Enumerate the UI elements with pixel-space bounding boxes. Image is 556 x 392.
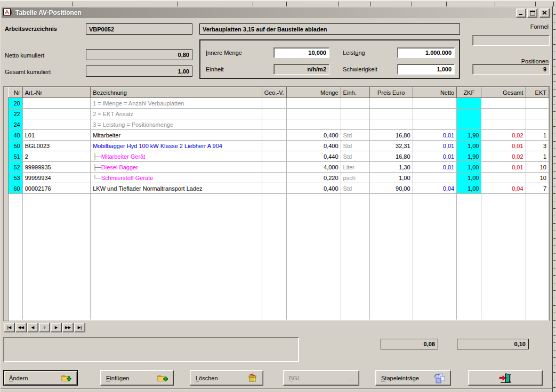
cell-art-60[interactable]: 00002176 (22, 183, 91, 194)
cell-preis-40[interactable]: 16,80 (369, 130, 413, 141)
column-header-menge[interactable]: Menge (286, 87, 341, 98)
cell-nr-40[interactable]: 40 (9, 130, 23, 141)
cell-einh-60[interactable]: Std (341, 183, 369, 194)
cell-nr-51[interactable]: 51 (9, 151, 23, 162)
nav-next-button[interactable]: ▶ (51, 323, 62, 332)
cell-bez-20[interactable]: 1 = iMenge = Anzahl Verbauplatten (91, 98, 262, 109)
cell-gesamt-52[interactable]: 0,01 (481, 162, 526, 173)
cell-geo-22[interactable] (262, 109, 286, 119)
cell-nr-20[interactable]: 20 (9, 98, 23, 109)
cell-menge-53[interactable]: 0,220 (286, 173, 341, 183)
cell-bez-53[interactable]: └─Schmierstoff Geräte (91, 173, 262, 183)
cell-einh-24[interactable] (341, 119, 369, 130)
cell-gesamt-22[interactable] (481, 109, 526, 119)
cell-gesamt-50[interactable]: 0,01 (481, 141, 526, 151)
einfuegen-button[interactable]: Einfügen (100, 370, 174, 386)
cell-menge-52[interactable]: 4,000 (286, 162, 341, 173)
column-header-gesamt[interactable]: Gesamt (481, 87, 526, 98)
cell-zkf-40[interactable]: 1,90 (457, 130, 481, 141)
nav-first-button[interactable]: |◀ (4, 323, 15, 332)
cell-zkf-60[interactable]: 1,00 (457, 183, 481, 194)
beschreibung-field[interactable]: Verbauplatten 3,15 auf der Baustelle abl… (199, 23, 460, 35)
cell-netto-51[interactable]: 0,01 (413, 151, 457, 162)
cell-ekt-22[interactable] (526, 109, 549, 119)
cell-bez-24[interactable]: 3 = Leistung = Positionsmenge (91, 119, 262, 130)
cell-menge-40[interactable]: 0,400 (286, 130, 341, 141)
nav-fast-forward-button[interactable]: ▶▶ (62, 323, 74, 332)
cell-geo-60[interactable] (262, 183, 286, 194)
cell-bez-40[interactable]: Mitarbeiter (91, 130, 262, 141)
column-header-netto[interactable]: Netto (413, 87, 457, 98)
cell-bez-52[interactable]: ├─Diesel Bagger (91, 162, 262, 173)
cell-menge-22[interactable] (286, 109, 341, 119)
cell-netto-60[interactable]: 0,04 (413, 183, 457, 194)
cell-einh-22[interactable] (341, 109, 369, 119)
cell-menge-60[interactable]: 0,400 (286, 183, 341, 194)
cell-einh-40[interactable]: Std (341, 130, 369, 141)
cell-einh-53[interactable]: psch (341, 173, 369, 183)
cell-geo-51[interactable] (262, 151, 286, 162)
cell-preis-24[interactable] (369, 119, 413, 130)
cell-preis-50[interactable]: 32,31 (369, 141, 413, 151)
cell-netto-40[interactable]: 0,01 (413, 130, 457, 141)
cell-bez-51[interactable]: ├─Mitarbeiter Gerät (91, 151, 262, 162)
titlebar[interactable]: Tabelle AV-Positionen (2, 7, 551, 18)
cell-preis-51[interactable]: 16,80 (369, 151, 413, 162)
cell-netto-50[interactable]: 0,01 (413, 141, 457, 151)
cell-art-24[interactable] (22, 119, 91, 130)
cell-art-22[interactable] (22, 109, 91, 119)
cell-ekt-52[interactable]: 10 (526, 162, 549, 173)
loeschen-button[interactable]: Löschen (190, 370, 263, 386)
cell-gesamt-53[interactable] (481, 173, 526, 183)
cell-einh-20[interactable] (341, 98, 369, 109)
cell-nr-50[interactable]: 50 (9, 141, 23, 151)
cell-gesamt-60[interactable]: 0,04 (481, 183, 526, 194)
column-header-preis[interactable]: Preis Euro (369, 87, 413, 98)
aendern-button[interactable]: Ändern (3, 370, 78, 386)
innere-menge-input[interactable] (273, 47, 329, 58)
cell-einh-51[interactable]: Std (341, 151, 369, 162)
cell-art-50[interactable]: BGL0023 (22, 141, 91, 151)
cell-art-20[interactable] (22, 98, 91, 109)
cell-netto-53[interactable] (413, 173, 457, 183)
close-button[interactable] (539, 9, 550, 18)
cell-menge-20[interactable] (286, 98, 341, 109)
schwierigkeit-input[interactable] (397, 64, 455, 75)
leistung-input[interactable] (397, 47, 455, 58)
nav-prev-button[interactable]: ◀ (27, 323, 38, 332)
cell-bez-50[interactable]: Mobilbagger Hyd 100 kW Klasse 2 Liebherr… (91, 141, 262, 151)
cell-preis-52[interactable]: 1,30 (369, 162, 413, 173)
cell-zkf-22[interactable] (457, 109, 481, 119)
cell-gesamt-40[interactable]: 0,02 (481, 130, 526, 141)
cell-geo-52[interactable] (262, 162, 286, 173)
cell-preis-20[interactable] (369, 98, 413, 109)
column-header-geo[interactable]: Geo.-V. (262, 87, 286, 98)
column-header-art[interactable]: Art.-Nr (22, 87, 91, 98)
cell-geo-40[interactable] (262, 130, 286, 141)
cell-ekt-53[interactable]: 10 (526, 173, 549, 183)
cell-zkf-50[interactable]: 1,00 (457, 141, 481, 151)
cell-preis-60[interactable]: 90,00 (369, 183, 413, 194)
nav-fast-back-button[interactable]: ◀◀ (15, 323, 27, 332)
cell-ekt-50[interactable]: 3 (526, 141, 549, 151)
cell-menge-50[interactable]: 0,400 (286, 141, 341, 151)
cell-gesamt-24[interactable] (481, 119, 526, 130)
cell-netto-20[interactable] (413, 98, 457, 109)
column-header-nr[interactable]: Nr (9, 87, 23, 98)
cell-art-51[interactable]: 2 (22, 151, 91, 162)
cell-preis-53[interactable]: 1,00 (369, 173, 413, 183)
column-header-einh[interactable]: Einh. (341, 87, 369, 98)
cell-art-40[interactable]: L01 (22, 130, 91, 141)
cell-zkf-24[interactable] (457, 119, 481, 130)
cell-geo-50[interactable] (262, 141, 286, 151)
cell-netto-22[interactable] (413, 109, 457, 119)
cell-menge-24[interactable] (286, 119, 341, 130)
cell-art-52[interactable]: 99999935 (22, 162, 91, 173)
cell-preis-22[interactable] (369, 109, 413, 119)
cell-nr-52[interactable]: 52 (9, 162, 23, 173)
cell-zkf-52[interactable]: 1,00 (457, 162, 481, 173)
cell-netto-24[interactable] (413, 119, 457, 130)
stapeleintraege-button[interactable]: Stapeleinträge (375, 370, 451, 386)
cell-ekt-51[interactable]: 1 (526, 151, 549, 162)
cell-gesamt-20[interactable] (481, 98, 526, 109)
